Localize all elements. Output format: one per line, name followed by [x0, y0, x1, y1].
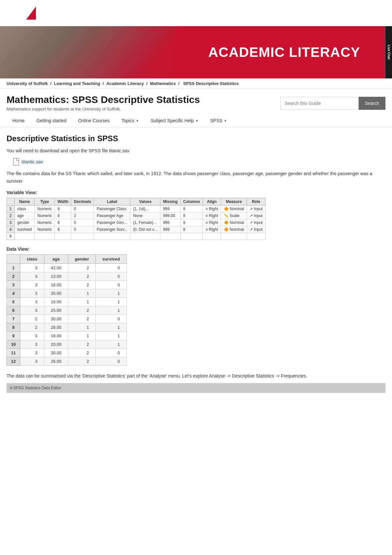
- data-cell-class: 3: [20, 264, 44, 272]
- page-subtitle: Mathematics support for students at the …: [7, 107, 274, 111]
- var-cell-align: ≡ Right: [203, 219, 221, 226]
- var-cell-align: ≡ Right: [203, 212, 221, 219]
- data-cell-survived: 1: [96, 298, 126, 306]
- var-cell-columns: 8: [180, 212, 203, 219]
- data-cell-class: 3: [20, 272, 44, 281]
- var-cell-missing: 999.00: [160, 212, 181, 219]
- data-cell-class: 2: [20, 315, 44, 323]
- var-col-columns: Columns: [180, 198, 203, 206]
- var-cell-values: [130, 233, 160, 240]
- data-cell-survived: 0: [96, 264, 126, 272]
- var-row-num: 3: [7, 219, 15, 226]
- nav-item-home[interactable]: Home: [7, 114, 30, 127]
- var-cell-role: ↗ Input: [247, 206, 265, 212]
- var-cell-measure: [221, 233, 247, 240]
- var-cell-columns: 8: [180, 206, 203, 212]
- data-cell-gender: 2: [68, 357, 96, 366]
- var-col-name: Name: [14, 198, 35, 206]
- data-row-num: 5: [7, 298, 20, 306]
- breadcrumb-link-2[interactable]: Learning and Teaching: [54, 81, 100, 86]
- data-view-table-wrapper: class age gender survived 1 3 42.00 2 0 …: [7, 254, 385, 366]
- var-col-measure: Measure: [221, 198, 247, 206]
- data-row-num: 11: [7, 349, 20, 357]
- variable-view-table: Name Type Width Decimals Label Values Mi…: [7, 198, 266, 240]
- var-cell-values: {0, Did not s...: [130, 226, 160, 233]
- data-cell-survived: 1: [96, 323, 126, 332]
- data-col-rownum: [7, 255, 20, 264]
- footer-hint: A SPSS Statistics Data Editor: [7, 383, 385, 393]
- data-row-num: 12: [7, 357, 20, 366]
- var-cell-label: Passenger Surv...: [94, 226, 130, 233]
- var-cell-name: gender: [14, 219, 35, 226]
- data-cell-age: 42.00: [44, 264, 68, 272]
- data-row-num: 3: [7, 281, 20, 289]
- file-item[interactable]: titantic.sav: [13, 158, 385, 165]
- var-cell-align: [203, 233, 221, 240]
- data-view-table: class age gender survived 1 3 42.00 2 0 …: [7, 254, 127, 366]
- var-cell-columns: [180, 233, 203, 240]
- data-cell-survived: 1: [96, 306, 126, 315]
- var-cell-type: Numeric: [35, 219, 55, 226]
- search-button[interactable]: Search: [359, 97, 385, 110]
- var-cell-role: [247, 233, 265, 240]
- spss-dropdown-arrow: ▼: [224, 119, 227, 123]
- data-cell-gender: 2: [68, 264, 96, 272]
- data-cell-class: 3: [20, 357, 44, 366]
- page-title: Mathematics: SPSS Descriptive Statistics: [7, 94, 274, 105]
- nav-item-spss[interactable]: SPSS ▼: [204, 114, 233, 127]
- var-cell-align: ≡ Right: [203, 206, 221, 212]
- data-cell-gender: 2: [68, 281, 96, 289]
- hero-overlay: ACADEMIC LITERACY: [176, 26, 392, 78]
- data-row-num: 1: [7, 264, 20, 272]
- data-cell-age: 30.00: [44, 315, 68, 323]
- data-cell-age: 35.00: [44, 289, 68, 298]
- data-row-num: 7: [7, 315, 20, 323]
- breadcrumb-link-3[interactable]: Academic Literacy: [106, 81, 144, 86]
- data-cell-class: 3: [20, 349, 44, 357]
- hero-title: ACADEMIC LITERACY: [208, 44, 360, 60]
- nav-item-topics[interactable]: Topics ▼: [116, 114, 145, 127]
- data-cell-age: 13.00: [44, 272, 68, 281]
- var-cell-values: {1, Female}...: [130, 219, 160, 226]
- nav-item-getting-started[interactable]: Getting started: [30, 114, 72, 127]
- var-cell-width: 8: [55, 206, 71, 212]
- var-row-num: 5: [7, 233, 15, 240]
- hero-photo: [0, 26, 188, 78]
- var-cell-role: ↗ Input: [247, 219, 265, 226]
- var-row-num: 4: [7, 226, 15, 233]
- var-cell-width: [55, 233, 71, 240]
- data-cell-class: 3: [20, 281, 44, 289]
- var-cell-decimals: [71, 233, 94, 240]
- live-chat-tab[interactable]: Live Chat: [385, 26, 392, 78]
- search-input[interactable]: [280, 97, 359, 110]
- var-cell-decimals: 0: [71, 226, 94, 233]
- var-cell-measure: 🔶 Nominal: [221, 206, 247, 212]
- var-cell-name: age: [14, 212, 35, 219]
- data-view-title: Data View:: [7, 246, 385, 252]
- var-cell-label: Passenger Class: [94, 206, 130, 212]
- data-cell-survived: 1: [96, 340, 126, 349]
- nav-item-subject-specific-help[interactable]: Subject Specific Help ▼: [145, 114, 204, 127]
- var-cell-columns: 8: [180, 219, 203, 226]
- var-col-rownum: [7, 198, 15, 206]
- nav-item-online-courses[interactable]: Online Courses: [72, 114, 116, 127]
- breadcrumb-link-1[interactable]: University of Suffolk: [7, 81, 48, 86]
- top-bar: [0, 0, 392, 26]
- data-cell-gender: 1: [68, 289, 96, 298]
- breadcrumb: University of Suffolk / Learning and Tea…: [0, 78, 392, 89]
- var-cell-align: ≡ Right: [203, 226, 221, 233]
- var-cell-values: None: [130, 212, 160, 219]
- data-row-num: 6: [7, 306, 20, 315]
- breadcrumb-link-4[interactable]: Mathematics: [150, 81, 176, 86]
- var-col-decimals: Decimals: [71, 198, 94, 206]
- var-cell-type: [35, 233, 55, 240]
- data-cell-gender: 2: [68, 340, 96, 349]
- data-col-class: class: [20, 255, 44, 264]
- data-row-num: 10: [7, 340, 20, 349]
- var-cell-type: Numeric: [35, 226, 55, 233]
- data-cell-class: 3: [20, 332, 44, 340]
- variable-view-title: Variable View:: [7, 190, 385, 195]
- var-cell-values: {1, 1st}...: [130, 206, 160, 212]
- data-row-num: 9: [7, 332, 20, 340]
- var-cell-label: Passenger Gen...: [94, 219, 130, 226]
